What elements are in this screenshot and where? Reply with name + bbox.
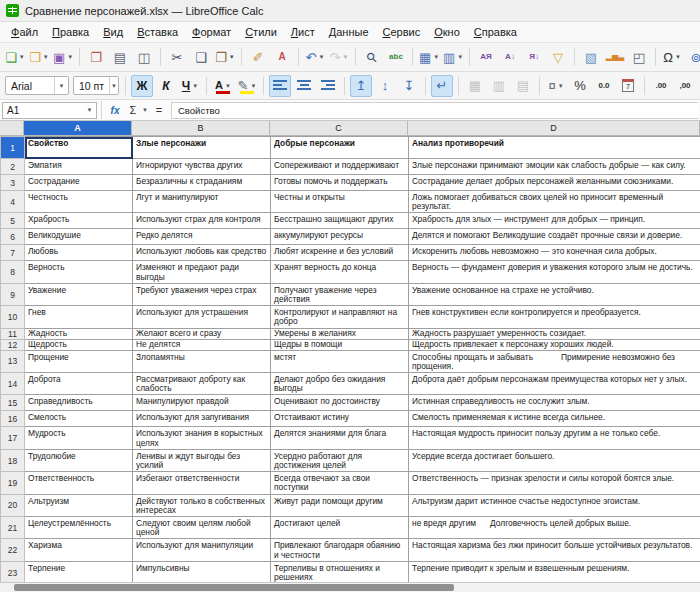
cell-C2[interactable]: Сопереживают и поддерживают: [271, 159, 409, 175]
cell-B23[interactable]: Импульсивны: [133, 561, 271, 582]
cell-A7[interactable]: Любовь: [25, 245, 133, 261]
spelling-icon[interactable]: abc: [385, 46, 407, 68]
cell-A14[interactable]: Доброта: [25, 373, 133, 395]
cell-D3[interactable]: Сострадание делает добрых персонажей жел…: [409, 175, 700, 191]
cell-D13[interactable]: Способны прощать и забывать Примирение н…: [409, 350, 700, 372]
cell-A12[interactable]: Щедрость: [25, 339, 133, 350]
menu-item-8[interactable]: Данные: [322, 24, 376, 40]
cell-C11[interactable]: Умерены в желаниях: [271, 328, 409, 339]
cell-B11[interactable]: Желают всего и сразу: [133, 328, 271, 339]
cell-B4[interactable]: Лгут и манипулируют: [133, 191, 271, 213]
cell-B2[interactable]: Игнорируют чувства других: [133, 159, 271, 175]
cell-C12[interactable]: Щедры в помощи: [271, 339, 409, 350]
cell-C4[interactable]: Честны и открыты: [271, 191, 409, 213]
menu-item-9[interactable]: Сервис: [376, 24, 428, 40]
cell-D2[interactable]: Злые персонажи принимают эмоции как слаб…: [409, 159, 700, 175]
cell-C18[interactable]: Усердно работают для достижения целей: [271, 449, 409, 471]
column-header-D[interactable]: D: [408, 121, 700, 136]
cell-B9[interactable]: Требуют уважения через страх: [133, 283, 271, 305]
cell-A18[interactable]: Трудолюбие: [25, 449, 133, 471]
cell-C16[interactable]: Отстаивают истину: [271, 411, 409, 427]
copy-icon[interactable]: ❑: [190, 46, 212, 68]
cell-C1[interactable]: Добрые персонажи: [271, 137, 409, 159]
bold-icon[interactable]: Ж: [131, 75, 153, 97]
cell-A3[interactable]: Сострадание: [25, 175, 133, 191]
cell-A15[interactable]: Справедливость: [25, 395, 133, 411]
cell-B22[interactable]: Используют для манипуляции: [133, 539, 271, 561]
select-all-corner[interactable]: [0, 121, 24, 136]
highlight-color-icon[interactable]: ✎▼: [236, 75, 258, 97]
menu-item-7[interactable]: Лист: [284, 24, 322, 40]
cell-C19[interactable]: Всегда отвечают за свои поступки: [271, 472, 409, 494]
redo-icon-dropdown[interactable]: ▼: [342, 54, 348, 60]
row-header-6[interactable]: 6: [1, 229, 25, 245]
row-header-23[interactable]: 23: [1, 561, 25, 582]
cell-C20[interactable]: Живут ради помощи другим: [271, 494, 409, 516]
cell-D4[interactable]: Ложь помогает добиваться своих целей но …: [409, 191, 700, 213]
cell-C6[interactable]: аккумулируют ресурсы: [271, 229, 409, 245]
cell-C10[interactable]: Контролируют и направляют на добро: [271, 306, 409, 328]
column-header-C[interactable]: C: [270, 121, 408, 136]
menu-item-3[interactable]: Вид: [96, 24, 130, 40]
cell-B13[interactable]: Злопамятны: [133, 350, 271, 372]
sort-descending-icon[interactable]: Я↓: [523, 46, 545, 68]
row-header-7[interactable]: 7: [1, 245, 25, 261]
cell-B15[interactable]: Манипулируют правдой: [133, 395, 271, 411]
menu-item-11[interactable]: Справка: [467, 24, 524, 40]
insert-column-icon[interactable]: ▥▼: [442, 46, 464, 68]
cell-A1[interactable]: Свойство: [25, 137, 133, 159]
sort-icon[interactable]: АЯ: [475, 46, 497, 68]
delete-decimal-icon[interactable]: ,00: [674, 75, 696, 97]
cell-B19[interactable]: Избегают ответственности: [133, 472, 271, 494]
save-icon-dropdown[interactable]: ▼: [67, 54, 73, 60]
highlight-color-icon-dropdown[interactable]: ▼: [250, 83, 256, 89]
cell-D15[interactable]: Истинная справедливость не сослужит злым…: [409, 395, 700, 411]
row-header-16[interactable]: 16: [1, 411, 25, 427]
add-decimal-icon[interactable]: .00: [650, 75, 672, 97]
font-name-combo[interactable]: Arial▼: [5, 76, 69, 95]
clone-formatting-icon[interactable]: ✐: [247, 46, 269, 68]
cell-D23[interactable]: Терпение приводит к зрелым и взвешенным …: [409, 561, 700, 582]
row-header-1[interactable]: 1: [1, 137, 25, 159]
cell-A23[interactable]: Терпение: [25, 561, 133, 582]
date-format-icon[interactable]: 7: [617, 75, 639, 97]
underline-icon-dropdown[interactable]: ▼: [192, 83, 198, 89]
currency-format-icon-dropdown[interactable]: ▼: [558, 83, 564, 89]
cell-D18[interactable]: Усердие всегда достигает большего.: [409, 449, 700, 471]
font-color-icon-dropdown[interactable]: ▼: [225, 83, 231, 89]
insert-row-icon-dropdown[interactable]: ▼: [433, 54, 439, 60]
cell-B12[interactable]: Не делятся: [133, 339, 271, 350]
row-header-17[interactable]: 17: [1, 427, 25, 449]
cell-A19[interactable]: Ответственность: [25, 472, 133, 494]
insert-row-icon[interactable]: ▦▼: [418, 46, 440, 68]
cell-A17[interactable]: Мудрость: [25, 427, 133, 449]
italic-icon[interactable]: К: [155, 75, 177, 97]
special-character-icon-dropdown[interactable]: ▼: [675, 54, 681, 60]
row-header-8[interactable]: 8: [1, 261, 25, 283]
cell-D12[interactable]: Щедрость привлекает к персонажу хороших …: [409, 339, 700, 350]
cell-A10[interactable]: Гнев: [25, 306, 133, 328]
row-header-13[interactable]: 13: [1, 350, 25, 372]
cell-B6[interactable]: Редко делятся: [133, 229, 271, 245]
font-size-combo-chevron-icon[interactable]: ▼: [109, 77, 118, 94]
clear-formatting-icon[interactable]: A: [271, 46, 293, 68]
cell-D16[interactable]: Смелость применяемая к истине всегда сил…: [409, 411, 700, 427]
menu-item-4[interactable]: Вставка: [130, 24, 185, 40]
row-header-5[interactable]: 5: [1, 213, 25, 229]
cell-A11[interactable]: Жадность: [25, 328, 133, 339]
cell-B10[interactable]: Используют для устрашения: [133, 306, 271, 328]
column-header-B[interactable]: B: [132, 121, 270, 136]
cell-C17[interactable]: Делятся знаниями для блага: [271, 427, 409, 449]
cell-A6[interactable]: Великодушие: [25, 229, 133, 245]
column-header-A[interactable]: A: [24, 121, 132, 136]
cell-B3[interactable]: Безразличны к страданиям: [133, 175, 271, 191]
row-header-2[interactable]: 2: [1, 159, 25, 175]
cell-D20[interactable]: Альтруизм дарит истинное счастье недосту…: [409, 494, 700, 516]
align-left-icon[interactable]: [269, 75, 291, 97]
horizontal-scrollbar-thumb[interactable]: [14, 584, 454, 591]
special-character-icon[interactable]: Ω▼: [661, 46, 683, 68]
row-header-11[interactable]: 11: [1, 328, 25, 339]
cell-A13[interactable]: Прощение: [25, 350, 133, 372]
undo-icon-dropdown[interactable]: ▼: [318, 54, 324, 60]
underline-icon[interactable]: Ч▼: [179, 75, 201, 97]
